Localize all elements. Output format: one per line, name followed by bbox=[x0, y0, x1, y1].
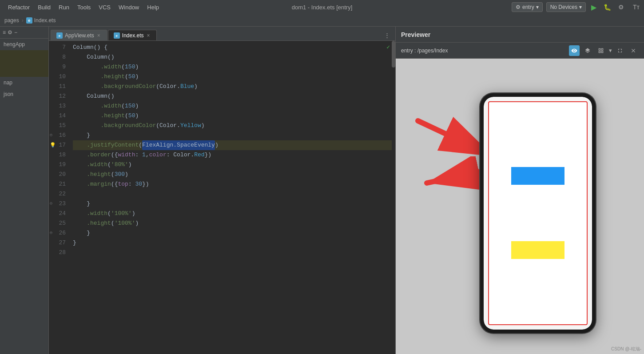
code-line-8: ____Column() bbox=[73, 52, 395, 62]
tab-appview-label: AppView.ets bbox=[65, 32, 94, 39]
preview-expand-button[interactable] bbox=[615, 45, 625, 56]
pages-label: pages bbox=[4, 17, 19, 24]
entry-label: entry bbox=[522, 4, 534, 10]
preview-eye-button[interactable] bbox=[569, 45, 580, 56]
checkmark: ✓ bbox=[386, 43, 390, 52]
fold-icon-16[interactable]: ⊖ bbox=[50, 131, 52, 140]
line-num-20: 20 bbox=[49, 170, 71, 179]
line-num-7: 7 bbox=[49, 43, 71, 52]
fold-icon-26[interactable]: ⊖ bbox=[50, 228, 52, 238]
line-num-15: 15 bbox=[49, 121, 71, 131]
code-line-24: ____.width('100%') bbox=[73, 209, 395, 219]
phone-screen-inner bbox=[488, 101, 588, 325]
code-content[interactable]: Column() { ✓ ____Column() ________.width… bbox=[71, 41, 395, 354]
debug-button[interactable]: 🐛 bbox=[602, 3, 613, 12]
sidebar-settings-icon[interactable]: ⚙ bbox=[8, 29, 12, 36]
no-devices-chevron: ▾ bbox=[579, 4, 582, 10]
code-line-9: ________.width(150) bbox=[73, 62, 395, 72]
line-num-13: 13 bbox=[49, 101, 71, 111]
lightbulb-icon-17[interactable]: 💡 bbox=[50, 140, 56, 150]
breadcrumb-separator: › bbox=[22, 17, 24, 24]
menu-run[interactable]: Run bbox=[55, 3, 73, 12]
tab-index[interactable]: e Index.ets × bbox=[108, 30, 157, 40]
menu-window[interactable]: Window bbox=[115, 3, 143, 12]
file-icon: e bbox=[26, 17, 32, 24]
menu-refactor[interactable]: Refactor bbox=[4, 3, 33, 12]
line-num-27: 27 bbox=[49, 238, 71, 248]
blue-rectangle bbox=[511, 167, 564, 185]
menu-build[interactable]: Build bbox=[34, 3, 54, 12]
line-num-14: 14 bbox=[49, 111, 71, 121]
scrollbar-thumb[interactable] bbox=[392, 41, 395, 68]
menu-help[interactable]: Help bbox=[143, 3, 163, 12]
code-line-14: ________.height(50) bbox=[73, 111, 395, 121]
preview-close-button[interactable] bbox=[628, 45, 639, 56]
previewer-toolbar: entry : /pages/Index ▾ bbox=[396, 43, 644, 59]
previewer-content: CSDN @-昡瑞- bbox=[396, 59, 644, 354]
tab-appview[interactable]: e AppView.ets × bbox=[51, 30, 107, 40]
code-line-26: ____} bbox=[73, 228, 395, 238]
previewer-header: Previewer bbox=[396, 27, 644, 43]
sidebar-highlight bbox=[0, 50, 48, 77]
text-size-button[interactable]: Tт bbox=[633, 4, 640, 11]
code-line-23: ____} bbox=[73, 199, 395, 209]
breadcrumb-file[interactable]: e Index.ets bbox=[26, 17, 56, 24]
tab-index-close[interactable]: × bbox=[146, 32, 151, 39]
breadcrumb-pages[interactable]: pages bbox=[4, 17, 19, 24]
title-bar-left: Refactor Build Run Tools VCS Window Help bbox=[4, 3, 163, 12]
no-devices-selector[interactable]: No Devices ▾ bbox=[546, 2, 586, 12]
title-bar-right: ⚙ entry ▾ No Devices ▾ ▶ 🐛 ⚙ Tт bbox=[512, 2, 640, 12]
sidebar-item-nap[interactable]: nap bbox=[0, 77, 48, 88]
code-line-13: ________.width(150) bbox=[73, 101, 395, 111]
menu-vcs[interactable]: VCS bbox=[95, 3, 114, 12]
line-num-28: 28 bbox=[49, 248, 71, 258]
yellow-rectangle bbox=[511, 241, 564, 259]
menu-bar: Refactor Build Run Tools VCS Window Help bbox=[4, 3, 163, 12]
editor-area: e AppView.ets × e Index.ets × ⋮ 7 8 9 10… bbox=[49, 27, 395, 354]
entry-chevron: ▾ bbox=[536, 4, 539, 10]
sidebar-minus-icon[interactable]: − bbox=[14, 29, 17, 36]
line-num-22: 22 bbox=[49, 189, 71, 199]
code-line-27: } bbox=[73, 238, 395, 248]
line-num-16: ⊖ 16 bbox=[49, 131, 71, 140]
code-line-15: ________.backgroundColor(Color.Yellow) bbox=[73, 121, 395, 131]
line-num-24: 24 bbox=[49, 209, 71, 219]
code-line-7: Column() { ✓ bbox=[73, 43, 395, 52]
preview-grid-button[interactable] bbox=[596, 45, 606, 56]
appview-file-icon: e bbox=[56, 32, 63, 39]
code-line-18: ____.border({width: 1,color: Color.Red}) bbox=[73, 150, 395, 160]
line-numbers: 7 8 9 10 11 12 13 14 15 ⊖ 16 💡 17 18 19 bbox=[49, 41, 71, 354]
code-editor[interactable]: 7 8 9 10 11 12 13 14 15 ⊖ 16 💡 17 18 19 bbox=[49, 41, 395, 354]
code-line-12: ____Column() bbox=[73, 91, 395, 101]
tab-more-button[interactable]: ⋮ bbox=[381, 30, 394, 40]
phone-side-button bbox=[595, 150, 596, 177]
sidebar-item-json[interactable]: json bbox=[0, 88, 48, 100]
code-line-28 bbox=[73, 248, 395, 258]
code-line-11: ________.backgroundColor(Color.Blue) bbox=[73, 82, 395, 91]
phone-screen bbox=[484, 97, 592, 330]
fold-icon-23[interactable]: ⊖ bbox=[50, 199, 52, 209]
entry-icon: ⚙ bbox=[516, 4, 521, 10]
line-num-17: 💡 17 bbox=[49, 140, 71, 150]
more-button[interactable]: ⚙ bbox=[616, 3, 626, 12]
tab-appview-close[interactable]: × bbox=[96, 32, 101, 39]
tab-bar: e AppView.ets × e Index.ets × ⋮ bbox=[49, 27, 395, 41]
line-num-10: 10 bbox=[49, 72, 71, 82]
preview-layers-button[interactable] bbox=[582, 45, 593, 56]
run-button[interactable]: ▶ bbox=[589, 2, 598, 12]
menu-tools[interactable]: Tools bbox=[74, 3, 94, 12]
code-line-10: ________.height(50) bbox=[73, 72, 395, 82]
sidebar-item-hengapp[interactable]: hengApp bbox=[0, 39, 48, 50]
line-num-21: 21 bbox=[49, 179, 71, 189]
entry-selector[interactable]: ⚙ entry ▾ bbox=[512, 2, 543, 12]
line-num-8: 8 bbox=[49, 52, 71, 62]
code-line-19: ____.width('80%') bbox=[73, 160, 395, 170]
tab-index-label: Index.ets bbox=[122, 32, 144, 39]
window-title: dom1 - Index.ets [entry] bbox=[292, 4, 353, 11]
preview-chevron-down[interactable]: ▾ bbox=[609, 47, 612, 54]
line-num-19: 19 bbox=[49, 160, 71, 170]
file-label: Index.ets bbox=[34, 17, 56, 24]
sidebar-expand-icon[interactable]: ≡ bbox=[3, 29, 6, 36]
line-num-23: ⊖ 23 bbox=[49, 199, 71, 209]
main-area: ≡ ⚙ − hengApp nap json e AppView.ets × e… bbox=[0, 27, 644, 354]
